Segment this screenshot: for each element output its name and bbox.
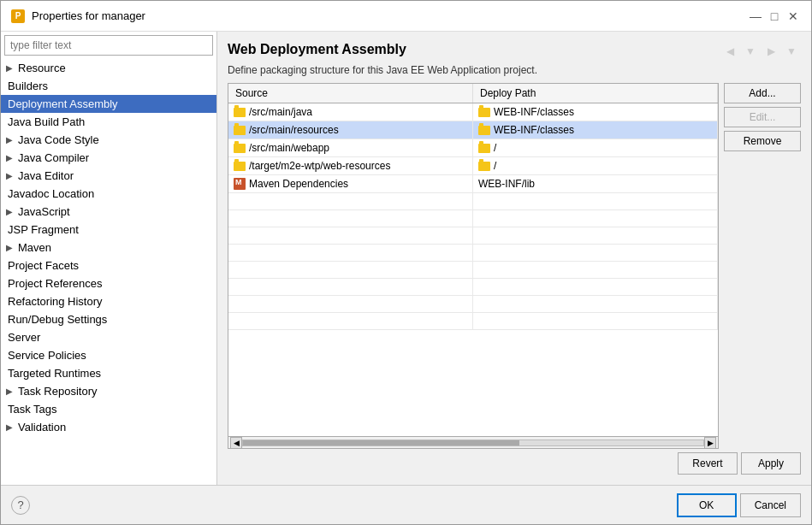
empty-table-row xyxy=(228,262,718,279)
source-cell: /src/main/resources xyxy=(228,121,473,139)
sidebar-item-java-code-style[interactable]: ▶Java Code Style xyxy=(1,131,216,149)
sidebar-item-label: JSP Fragment xyxy=(8,223,79,236)
bottom-left: ? xyxy=(11,496,30,515)
empty-cell xyxy=(228,245,473,261)
cancel-button[interactable]: Cancel xyxy=(740,493,801,517)
sidebar-item-builders[interactable]: Builders xyxy=(1,77,216,95)
scroll-left-arrow[interactable]: ◀ xyxy=(230,437,242,449)
add-button[interactable]: Add... xyxy=(724,83,801,103)
close-button[interactable]: ✕ xyxy=(785,9,801,24)
sidebar-item-validation[interactable]: ▶Validation xyxy=(1,418,216,436)
sidebar-item-label: Run/Debug Settings xyxy=(8,313,107,326)
sidebar-item-label: Targeted Runtimes xyxy=(8,367,101,380)
sidebar-item-label: Maven xyxy=(18,241,51,254)
empty-cell xyxy=(228,193,473,209)
maximize-button[interactable]: □ xyxy=(767,9,782,24)
filter-input[interactable] xyxy=(4,35,213,56)
sidebar-item-java-build-path[interactable]: Java Build Path xyxy=(1,113,216,131)
scroll-right-arrow[interactable]: ▶ xyxy=(704,437,716,449)
minimize-button[interactable]: — xyxy=(748,9,763,24)
forward-button[interactable]: ▶ xyxy=(762,42,780,61)
source-text: /target/m2e-wtp/web-resources xyxy=(249,160,390,172)
sidebar-item-refactoring-history[interactable]: Refactoring History xyxy=(1,292,216,310)
empty-table-row xyxy=(228,227,718,245)
empty-cell xyxy=(473,210,718,227)
expand-arrow-icon: ▶ xyxy=(6,63,13,73)
sidebar-item-task-repository[interactable]: ▶Task Repository xyxy=(1,382,216,400)
edit-button[interactable]: Edit... xyxy=(724,107,801,127)
source-cell: /src/main/java xyxy=(228,103,473,121)
source-cell: /src/main/webapp xyxy=(228,139,473,156)
sidebar-item-label: Project References xyxy=(8,277,103,290)
properties-dialog: P Properties for manager — □ ✕ ▶Resource… xyxy=(0,0,812,525)
remove-button[interactable]: Remove xyxy=(724,131,801,151)
source-text: Maven Dependencies xyxy=(249,178,348,190)
empty-table-row xyxy=(228,210,718,227)
sidebar-item-javascript[interactable]: ▶JavaScript xyxy=(1,203,216,221)
sidebar-item-javadoc-location[interactable]: Javadoc Location xyxy=(1,185,216,203)
scrollbar-track[interactable] xyxy=(242,439,704,446)
panel-description: Define packaging structure for this Java… xyxy=(228,64,801,76)
empty-cell xyxy=(473,313,718,329)
sidebar-item-label: Resource xyxy=(18,62,66,74)
empty-cell xyxy=(228,279,473,295)
sidebar-item-service-policies[interactable]: Service Policies xyxy=(1,346,216,364)
apply-button[interactable]: Apply xyxy=(741,452,801,475)
sidebar-item-java-compiler[interactable]: ▶Java Compiler xyxy=(1,149,216,167)
empty-table-row xyxy=(228,296,718,313)
right-panel: Web Deployment Assembly ◀ ▼ ▶ ▼ Define p… xyxy=(217,32,811,485)
forward-dropdown-button[interactable]: ▼ xyxy=(782,42,801,61)
empty-cell xyxy=(473,296,718,312)
app-icon: P xyxy=(11,9,25,23)
table-row[interactable]: /src/main/webapp/ xyxy=(228,139,718,157)
table-row[interactable]: /target/m2e-wtp/web-resources/ xyxy=(228,157,718,175)
sidebar-item-deployment-assembly[interactable]: Deployment Assembly xyxy=(1,95,216,113)
bottom-right-actions: OK Cancel xyxy=(677,493,801,517)
title-buttons: — □ ✕ xyxy=(748,9,801,24)
horizontal-scrollbar[interactable]: ◀ ▶ xyxy=(228,436,718,448)
sidebar-item-label: Refactoring History xyxy=(8,295,103,308)
sidebar-item-project-facets[interactable]: Project Facets xyxy=(1,257,216,274)
empty-cell xyxy=(228,210,473,227)
revert-button[interactable]: Revert xyxy=(678,452,738,475)
column-header-source: Source xyxy=(228,84,473,103)
expand-arrow-icon: ▶ xyxy=(6,207,13,216)
empty-table-row xyxy=(228,193,718,210)
table-row[interactable]: Maven DependenciesWEB-INF/lib xyxy=(228,175,718,193)
sidebar-item-resource[interactable]: ▶Resource xyxy=(1,59,216,77)
panel-title: Web Deployment Assembly xyxy=(228,42,406,57)
maven-icon xyxy=(234,178,246,190)
empty-cell xyxy=(473,262,718,278)
empty-cell xyxy=(228,313,473,329)
deploy-path-cell: / xyxy=(473,139,718,156)
sidebar-item-project-references[interactable]: Project References xyxy=(1,274,216,292)
left-panel: ▶ResourceBuildersDeployment AssemblyJava… xyxy=(1,32,217,485)
sidebar-item-java-editor[interactable]: ▶Java Editor xyxy=(1,167,216,185)
sidebar-item-maven[interactable]: ▶Maven xyxy=(1,239,216,257)
empty-table-row xyxy=(228,245,718,262)
expand-arrow-icon: ▶ xyxy=(6,135,13,145)
empty-cell xyxy=(473,279,718,295)
folder-icon xyxy=(478,108,490,117)
sidebar-item-targeted-runtimes[interactable]: Targeted Runtimes xyxy=(1,364,216,382)
source-cell: Maven Dependencies xyxy=(228,175,473,192)
empty-cell xyxy=(228,296,473,312)
deploy-text: WEB-INF/lib xyxy=(478,178,535,190)
table-row[interactable]: /src/main/javaWEB-INF/classes xyxy=(228,103,718,121)
ok-button[interactable]: OK xyxy=(677,493,737,517)
sidebar-item-label: Java Build Path xyxy=(8,115,85,128)
table-row[interactable]: /src/main/resourcesWEB-INF/classes xyxy=(228,121,718,139)
sidebar-item-task-tags[interactable]: Task Tags xyxy=(1,400,216,418)
deploy-path-cell: WEB-INF/lib xyxy=(473,175,718,192)
help-button[interactable]: ? xyxy=(11,496,30,515)
sidebar-item-label: Javadoc Location xyxy=(8,187,94,200)
sidebar-item-server[interactable]: Server xyxy=(1,328,216,346)
back-dropdown-button[interactable]: ▼ xyxy=(741,42,760,61)
deploy-text: WEB-INF/classes xyxy=(494,124,574,136)
sidebar-item-label: Task Repository xyxy=(18,385,97,398)
sidebar-item-jsp-fragment[interactable]: JSP Fragment xyxy=(1,221,216,239)
sidebar-item-label: Validation xyxy=(18,421,66,434)
sidebar-item-label: Server xyxy=(8,331,40,344)
back-button[interactable]: ◀ xyxy=(720,42,739,61)
sidebar-item-run-debug-settings[interactable]: Run/Debug Settings xyxy=(1,310,216,328)
